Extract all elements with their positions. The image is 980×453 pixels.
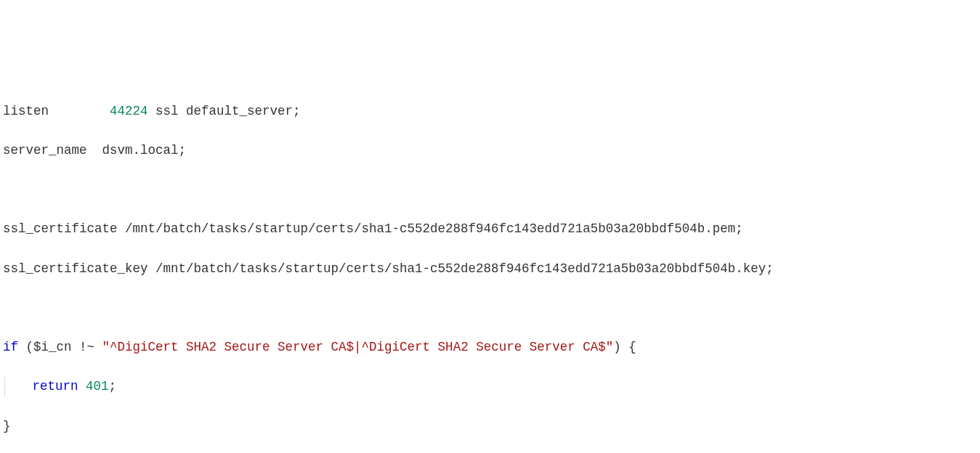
code-line: if ($i_cn !~ "^DigiCert SHA2 Secure Serv… bbox=[3, 338, 977, 357]
token: ; bbox=[109, 379, 117, 393]
token: default_server; bbox=[186, 104, 301, 118]
code-line bbox=[3, 180, 977, 200]
token: "^DigiCert SHA2 Secure Server CA$|^DigiC… bbox=[102, 340, 614, 354]
token: ($i_cn !~ bbox=[18, 340, 102, 354]
token: dsvm.local; bbox=[102, 143, 187, 158]
code-line: return 401; bbox=[3, 377, 977, 396]
token: server_name bbox=[3, 143, 87, 158]
code-line: listen 44224 ssl default_server; bbox=[3, 102, 977, 121]
token: listen bbox=[3, 104, 49, 118]
token: 44224 bbox=[110, 104, 148, 118]
token: ssl_certificate_key /mnt/batch/tasks/sta… bbox=[3, 261, 774, 276]
token: if bbox=[3, 340, 18, 354]
code-block: listen 44224 ssl default_server; server_… bbox=[3, 82, 977, 454]
token: return bbox=[33, 379, 78, 393]
token: 401 bbox=[78, 379, 109, 393]
code-line: ssl_certificate /mnt/batch/tasks/startup… bbox=[3, 219, 977, 239]
code-line: server_name dsvm.local; bbox=[3, 141, 977, 160]
token: ssl_certificate /mnt/batch/tasks/startup… bbox=[3, 221, 743, 236]
token: ssl bbox=[155, 104, 179, 118]
token: ) { bbox=[613, 340, 636, 354]
token: } bbox=[3, 419, 11, 433]
code-line: } bbox=[3, 417, 977, 436]
code-line: ssl_certificate_key /mnt/batch/tasks/sta… bbox=[3, 259, 977, 279]
code-line bbox=[3, 298, 977, 318]
